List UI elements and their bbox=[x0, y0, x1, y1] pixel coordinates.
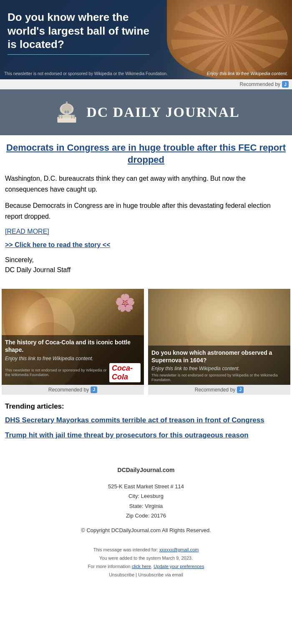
footer-address-line1: 525-K East Market Street # 114 bbox=[8, 482, 284, 491]
svg-point-9 bbox=[66, 101, 68, 104]
banner-headline: Do you know where the world's largest ba… bbox=[8, 10, 158, 51]
ad-card-left-title: The history of Coca-Cola and its iconic … bbox=[5, 338, 141, 354]
ball-of-twine-image bbox=[167, 0, 292, 79]
read-more-link[interactable]: [READ MORE] bbox=[5, 228, 287, 235]
main-content: Democrats in Congress are in huge troubl… bbox=[0, 135, 292, 289]
footer-zip: Zip Code: 20176 bbox=[8, 511, 284, 520]
trending-label: Trending articles: bbox=[5, 402, 287, 411]
ad-card-right-enjoy: Enjoy this link to free Wikipedia conten… bbox=[151, 366, 287, 371]
ad-card-right-overlay: Do you know which astronomer observed a … bbox=[148, 346, 290, 385]
trending-link-2[interactable]: Trump hit with jail time threat by prose… bbox=[5, 431, 287, 440]
article-title-link[interactable]: Democrats in Congress are in huge troubl… bbox=[6, 142, 286, 165]
ad-card-left-rec-bar: Recommended by J bbox=[2, 385, 144, 395]
sign-off-sincerely: Sincerely, bbox=[5, 256, 287, 264]
footer-message-prefix: This message was intended for: bbox=[93, 547, 159, 552]
ad-card-left-overlay: The history of Coca-Cola and its iconic … bbox=[2, 335, 144, 384]
banner-disclaimer: This newsletter is not endorsed or spons… bbox=[4, 71, 168, 76]
footer-message: This message was intended for: xxxxxx@gm… bbox=[8, 546, 284, 579]
ad-card-right-rec-bar: Recommended by J bbox=[148, 385, 290, 395]
footer-email[interactable]: xxxxxx@gmail.com bbox=[159, 547, 199, 552]
top-recommended-badge: J bbox=[282, 81, 289, 88]
footer-city: City: Leesburg bbox=[8, 491, 284, 501]
top-recommended-text: Recommended by bbox=[240, 81, 280, 87]
ad-card-right-rec-text: Recommended by bbox=[195, 387, 235, 393]
svg-rect-11 bbox=[67, 111, 69, 113]
footer-added: You were added to the system March 9, 20… bbox=[99, 556, 193, 561]
svg-rect-7 bbox=[74, 115, 75, 119]
top-recommended-bar: Recommended by J bbox=[0, 79, 292, 89]
footer-site: DCDailyJournal.com bbox=[8, 467, 284, 473]
ad-card-left-rec-badge: J bbox=[91, 386, 97, 393]
top-banner-ad[interactable]: Do you know where the world's largest ba… bbox=[0, 0, 292, 79]
footer-unsubscribe[interactable]: Unsubscribe | Unsubscribe via email bbox=[109, 572, 183, 577]
ad-card-left-enjoy: Enjoy this link to free Wikipedia conten… bbox=[5, 356, 141, 361]
footer-click-here[interactable]: click here bbox=[132, 564, 151, 569]
logo-container: DC DAILY JOURNAL bbox=[44, 93, 248, 131]
coca-cola-logo: Coca-Cola bbox=[109, 363, 141, 382]
footer-copyright: © Copyright DCDailyJournal.com All Right… bbox=[8, 527, 284, 533]
article-body-2: Because Democrats in Congress are in hug… bbox=[5, 200, 287, 222]
newsletter-header: DC DAILY JOURNAL bbox=[0, 89, 292, 135]
banner-enjoy-text: Enjoy this link to free Wikipedia conten… bbox=[207, 71, 288, 76]
ad-card-right-title: Do you know which astronomer observed a … bbox=[151, 349, 287, 364]
footer-update-prefs[interactable]: Update your preferences bbox=[154, 564, 204, 569]
article-title[interactable]: Democrats in Congress are in huge troubl… bbox=[5, 142, 287, 166]
sign-off-staff: DC Daily Journal Staff bbox=[5, 266, 287, 274]
logo-text: DC DAILY JOURNAL bbox=[86, 104, 240, 120]
ad-cards-row: The history of Coca-Cola and its iconic … bbox=[0, 289, 292, 395]
ad-card-left[interactable]: The history of Coca-Cola and its iconic … bbox=[2, 289, 144, 395]
click-story-link[interactable]: >> Click here to read the story << bbox=[5, 241, 287, 249]
footer-address: 525-K East Market Street # 114 City: Lee… bbox=[8, 482, 284, 521]
footer-state: State: Virginia bbox=[8, 501, 284, 511]
ad-card-left-logo-row: This newsletter is not endorsed or spons… bbox=[5, 363, 141, 382]
svg-point-15 bbox=[196, 295, 242, 341]
svg-rect-10 bbox=[65, 111, 67, 113]
banner-divider bbox=[8, 54, 149, 55]
ad-card-left-disclaimer: This newsletter is not endorsed or spons… bbox=[5, 368, 109, 377]
ad-card-left-rec-text: Recommended by bbox=[48, 387, 89, 393]
trending-link-1[interactable]: DHS Secretary Mayorkas commits terrible … bbox=[5, 416, 287, 425]
ad-card-left-image: The history of Coca-Cola and its iconic … bbox=[2, 289, 144, 385]
svg-rect-4 bbox=[59, 115, 60, 119]
footer-more-info: For more information bbox=[88, 564, 132, 569]
ad-card-right-rec-badge: J bbox=[237, 386, 244, 393]
svg-rect-5 bbox=[61, 115, 63, 119]
ad-card-right[interactable]: Do you know which astronomer observed a … bbox=[148, 289, 290, 395]
footer: DCDailyJournal.com 525-K East Market Str… bbox=[0, 450, 292, 588]
ad-card-right-disclaimer: This newsletter is not endorsed or spons… bbox=[151, 373, 287, 382]
article-body-1: Washington, D.C. bureaucrats think they … bbox=[5, 173, 287, 194]
svg-rect-6 bbox=[71, 115, 73, 119]
logo-icon bbox=[52, 98, 81, 127]
ad-card-right-image: Do you know which astronomer observed a … bbox=[148, 289, 290, 385]
trending-section: Trending articles: DHS Secretary Mayorka… bbox=[0, 398, 292, 450]
